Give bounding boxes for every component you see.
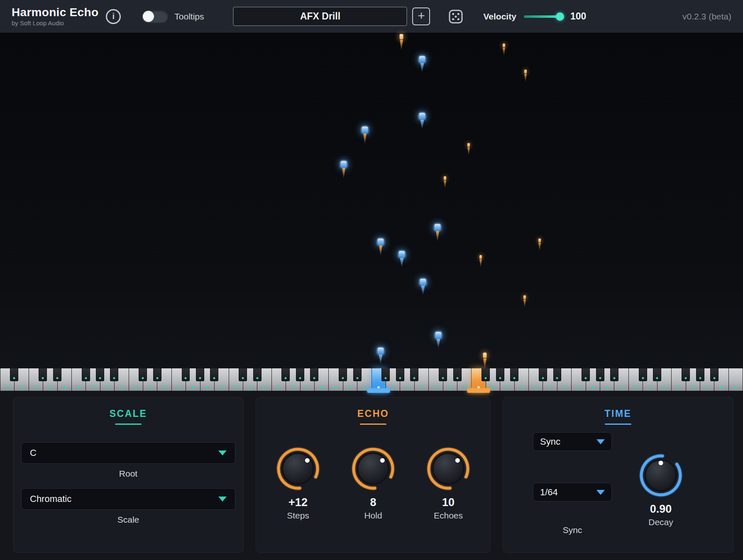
decay-knob-unit: 0.90 Decay (632, 452, 690, 527)
piano-key-black[interactable] (396, 368, 404, 381)
piano-key-black[interactable] (10, 368, 18, 381)
info-icon[interactable]: i (106, 9, 121, 24)
piano-key-black[interactable] (539, 368, 547, 381)
scale-note-dot (185, 377, 187, 379)
piano-key-black[interactable] (410, 368, 418, 381)
scale-note-dot (714, 377, 716, 379)
scale-note-dot (420, 386, 423, 389)
piano-key-black[interactable] (281, 368, 290, 381)
knob-label: Hold (364, 511, 382, 521)
velocity-slider[interactable] (524, 15, 560, 18)
piano-key-black[interactable] (653, 368, 661, 381)
note-visualizer (0, 33, 743, 391)
echoes-knob[interactable] (425, 446, 472, 492)
tooltips-toggle[interactable] (142, 10, 168, 23)
blue-note-head (399, 251, 405, 258)
piano-key-black[interactable] (510, 368, 518, 381)
piano-keyboard[interactable] (0, 368, 743, 391)
blue-note-trail (400, 258, 404, 268)
randomize-dice-icon[interactable] (447, 8, 464, 25)
piano-key-black[interactable] (239, 368, 247, 381)
sync-mode-dropdown[interactable]: Sync (533, 432, 612, 451)
piano-key-black[interactable] (339, 368, 347, 381)
piano-key-black[interactable] (610, 368, 618, 381)
scale-dropdown[interactable]: Chromatic (21, 488, 235, 510)
scale-note-dot (256, 377, 258, 379)
velocity-slider-handle[interactable] (556, 12, 564, 21)
piano-key-black[interactable] (439, 368, 447, 381)
piano-key-black[interactable] (481, 368, 490, 381)
scale-note-dot (99, 377, 101, 379)
piano-key-black[interactable] (310, 368, 318, 381)
header-bar: Harmonic Echo by Soft Loop Audio i Toolt… (0, 0, 743, 33)
piano-key-black[interactable] (53, 368, 61, 381)
piano-key-black[interactable] (39, 368, 47, 381)
note-particle-blue (420, 279, 426, 296)
piano-key-black[interactable] (453, 368, 462, 381)
scale-note-dot (13, 377, 15, 379)
note-particle-blue (378, 348, 384, 365)
decay-knob[interactable] (638, 452, 684, 499)
piano-key-black[interactable] (96, 368, 104, 381)
root-dropdown[interactable]: C (21, 442, 235, 464)
blue-note-trail (437, 339, 440, 349)
scale-note-dot (149, 386, 152, 389)
scale-panel-title: SCALE (13, 408, 243, 419)
piano-key-black[interactable] (639, 368, 647, 381)
orange-note-trail (467, 147, 470, 156)
echo-knob-hold: 8Hold (340, 446, 406, 521)
orange-note-trail (400, 40, 403, 51)
piano-key-black[interactable] (139, 368, 147, 381)
blue-note-head (419, 113, 425, 119)
piano-key-black[interactable] (296, 368, 304, 381)
chevron-down-icon (596, 439, 605, 444)
scale-note-dot (134, 386, 137, 389)
piano-key-black[interactable] (253, 368, 262, 381)
piano-key-black[interactable] (553, 368, 562, 381)
piano-key-black[interactable] (496, 368, 504, 381)
piano-key-black[interactable] (682, 368, 690, 381)
hold-knob[interactable] (350, 446, 396, 492)
knob-value: 10 (442, 496, 455, 509)
scale-note-dot (78, 386, 80, 389)
piano-key-black[interactable] (82, 368, 90, 381)
orange-note-trail (524, 74, 527, 83)
scale-note-dot (163, 386, 166, 389)
scale-note-dot (549, 386, 551, 389)
scale-note-dot (363, 386, 366, 389)
scale-note-dot (563, 386, 566, 389)
note-particle-orange (467, 143, 470, 156)
sync-rate-dropdown[interactable]: 1/64 (533, 483, 612, 502)
orange-note-trail (363, 134, 367, 145)
piano-key-black[interactable] (182, 368, 190, 381)
orange-note-trail (342, 168, 345, 179)
echo-panel-title: ECHO (256, 408, 490, 419)
orange-note-head (503, 44, 505, 47)
piano-key-white[interactable] (729, 368, 743, 391)
piano-key-black[interactable] (353, 368, 362, 381)
piano-key-black[interactable] (596, 368, 604, 381)
chevron-down-icon (218, 450, 227, 455)
piano-key-black[interactable] (196, 368, 204, 381)
scale-note-dot (613, 377, 616, 379)
piano-key-black[interactable] (582, 368, 590, 381)
piano-key-black[interactable] (381, 368, 390, 381)
note-particle-orange (503, 44, 505, 56)
scale-panel: SCALE C Root Chromatic Scale (13, 397, 244, 553)
piano-key-black[interactable] (696, 368, 704, 381)
preset-selector[interactable]: AFX Drill (233, 7, 407, 26)
piano-key-black[interactable] (710, 368, 719, 381)
piano-key-black[interactable] (210, 368, 218, 381)
root-value: C (30, 448, 37, 458)
orange-note-head (483, 353, 487, 358)
orange-note-trail (436, 231, 439, 242)
add-preset-button[interactable]: + (412, 7, 430, 25)
piano-key-black[interactable] (110, 368, 118, 381)
orange-note-head (400, 34, 403, 39)
piano-key-black[interactable] (153, 368, 161, 381)
scale-note-dot (377, 386, 380, 389)
steps-knob[interactable] (275, 446, 321, 492)
scale-note-dot (20, 386, 23, 389)
note-particle-orange (523, 295, 526, 308)
particles-layer (0, 33, 743, 391)
